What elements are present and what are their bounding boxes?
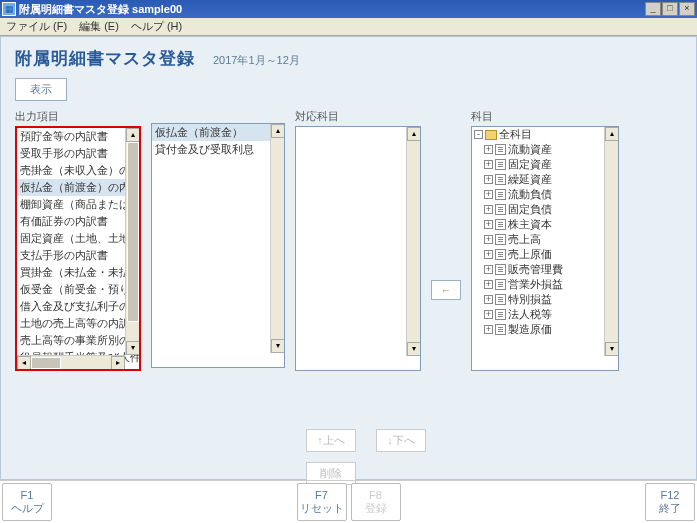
account-label: 科目 xyxy=(471,109,619,124)
output-items-listbox[interactable]: 預貯金等の内訳書受取手形の内訳書売掛金（未収入金）の内訳書仮払金（前渡金）の内訳… xyxy=(15,126,141,371)
scrollbar-vertical[interactable]: ▴ ▾ xyxy=(270,124,284,353)
tree-node-label: 固定負債 xyxy=(508,202,552,217)
tree-node-label: 流動資産 xyxy=(508,142,552,157)
scrollbar-vertical[interactable]: ▴ ▾ xyxy=(125,128,139,355)
tree-node[interactable]: +販売管理費 xyxy=(472,262,618,277)
sheet-icon xyxy=(495,219,506,230)
list-item[interactable]: 仮払金（前渡金）の内訳書／貸 xyxy=(17,179,139,196)
expand-icon[interactable]: + xyxy=(484,205,493,214)
menu-edit[interactable]: 編集 (E) xyxy=(79,19,119,34)
list-item[interactable]: 有価証券の内訳書 xyxy=(17,213,139,230)
maximize-button[interactable]: □ xyxy=(662,2,678,16)
list-item[interactable]: 仮払金（前渡金） xyxy=(152,124,284,141)
expand-icon[interactable]: + xyxy=(484,190,493,199)
tree-node[interactable]: +流動資産 xyxy=(472,142,618,157)
tree-node-label: 販売管理費 xyxy=(508,262,563,277)
f8-register-button[interactable]: F8登録 xyxy=(351,483,401,521)
scroll-up-icon[interactable]: ▴ xyxy=(126,128,140,142)
list-item[interactable]: 売上高等の事業所別の内訳書 xyxy=(17,332,139,349)
tree-node[interactable]: +法人税等 xyxy=(472,307,618,322)
list-item[interactable]: 棚卸資産（商品または製品、半 xyxy=(17,196,139,213)
tree-node[interactable]: +営業外損益 xyxy=(472,277,618,292)
expand-icon[interactable]: + xyxy=(484,310,493,319)
list-item[interactable]: 仮受金（前受金・預り金）の内 xyxy=(17,281,139,298)
work-area: 附属明細書マスタ登録 2017年1月～12月 表示 出力項目 預貯金等の内訳書受… xyxy=(0,36,697,480)
scroll-up-icon[interactable]: ▴ xyxy=(271,124,285,138)
list-item[interactable]: 貸付金及び受取利息 xyxy=(152,141,284,158)
sheet-icon xyxy=(495,159,506,170)
expand-icon[interactable]: + xyxy=(484,265,493,274)
list-item[interactable]: 借入金及び支払利子の内訳書 xyxy=(17,298,139,315)
scroll-right-icon[interactable]: ▸ xyxy=(111,356,125,370)
expand-icon[interactable]: + xyxy=(484,250,493,259)
scrollbar-horizontal[interactable]: ◂ ▸ xyxy=(17,355,125,369)
expand-icon[interactable]: + xyxy=(484,280,493,289)
tree-node[interactable]: +繰延資産 xyxy=(472,172,618,187)
tree-node-label: 売上高 xyxy=(508,232,541,247)
sheet-icon xyxy=(495,324,506,335)
tree-node[interactable]: +売上原価 xyxy=(472,247,618,262)
list-item[interactable]: 固定資産（土地、土地の上に存 xyxy=(17,230,139,247)
tree-node[interactable]: +固定資産 xyxy=(472,157,618,172)
detail-listbox[interactable]: 仮払金（前渡金）貸付金及び受取利息 ▴ ▾ xyxy=(151,123,285,368)
list-item[interactable]: 預貯金等の内訳書 xyxy=(17,128,139,145)
scroll-down-icon[interactable]: ▾ xyxy=(271,339,285,353)
move-up-button[interactable]: ↑上へ xyxy=(306,429,356,452)
f1-help-button[interactable]: F1ヘルプ xyxy=(2,483,52,521)
window-title: 附属明細書マスタ登録 sample00 xyxy=(19,2,182,17)
f12-exit-button[interactable]: F12終了 xyxy=(645,483,695,521)
list-item[interactable]: 買掛金（未払金・未払費用）の xyxy=(17,264,139,281)
tree-root-label[interactable]: 全科目 xyxy=(499,127,532,142)
display-button[interactable]: 表示 xyxy=(15,78,67,101)
tree-node-label: 法人税等 xyxy=(508,307,552,322)
account-tree[interactable]: -全科目+流動資産+固定資産+繰延資産+流動負債+固定負債+株主資本+売上高+売… xyxy=(471,126,619,371)
list-item[interactable]: 売掛金（未収入金）の内訳書 xyxy=(17,162,139,179)
tree-node[interactable]: +特別損益 xyxy=(472,292,618,307)
expand-icon[interactable]: + xyxy=(484,325,493,334)
sheet-icon xyxy=(495,249,506,260)
expand-icon[interactable]: + xyxy=(484,220,493,229)
collapse-icon[interactable]: - xyxy=(474,130,483,139)
sheet-icon xyxy=(495,264,506,275)
tree-node[interactable]: +株主資本 xyxy=(472,217,618,232)
menu-help[interactable]: ヘルプ (H) xyxy=(131,19,182,34)
scrollbar-vertical[interactable]: ▴ ▾ xyxy=(604,127,618,356)
scroll-down-icon[interactable]: ▾ xyxy=(407,342,421,356)
tree-node[interactable]: +流動負債 xyxy=(472,187,618,202)
scroll-up-icon[interactable]: ▴ xyxy=(605,127,619,141)
scroll-down-icon[interactable]: ▾ xyxy=(126,341,140,355)
tree-node[interactable]: +製造原価 xyxy=(472,322,618,337)
scroll-thumb-h[interactable] xyxy=(31,357,61,369)
expand-icon[interactable]: + xyxy=(484,235,493,244)
expand-icon[interactable]: + xyxy=(484,295,493,304)
tree-node[interactable]: +売上高 xyxy=(472,232,618,247)
scroll-up-icon[interactable]: ▴ xyxy=(407,127,421,141)
response-account-listbox[interactable]: ▴ ▾ xyxy=(295,126,421,371)
list-item[interactable]: 受取手形の内訳書 xyxy=(17,145,139,162)
close-button[interactable]: × xyxy=(679,2,695,16)
expand-icon[interactable]: + xyxy=(484,160,493,169)
tree-node-label: 繰延資産 xyxy=(508,172,552,187)
sheet-icon xyxy=(495,234,506,245)
scroll-left-icon[interactable]: ◂ xyxy=(17,356,31,370)
scroll-thumb[interactable] xyxy=(127,142,139,322)
page-title: 附属明細書マスタ登録 xyxy=(15,47,195,70)
list-item[interactable]: 土地の売上高等の内訳書 xyxy=(17,315,139,332)
menu-file[interactable]: ファイル (F) xyxy=(6,19,67,34)
move-down-button[interactable]: ↓下へ xyxy=(376,429,426,452)
scrollbar-vertical[interactable]: ▴ ▾ xyxy=(406,127,420,356)
move-left-button[interactable]: ← xyxy=(431,280,461,300)
tree-node-label: 固定資産 xyxy=(508,157,552,172)
expand-icon[interactable]: + xyxy=(484,145,493,154)
minimize-button[interactable]: _ xyxy=(645,2,661,16)
list-item[interactable]: 支払手形の内訳書 xyxy=(17,247,139,264)
output-items-label: 出力項目 xyxy=(15,109,141,124)
sheet-icon xyxy=(495,144,506,155)
period-label: 2017年1月～12月 xyxy=(213,53,300,68)
scroll-down-icon[interactable]: ▾ xyxy=(605,342,619,356)
tree-node[interactable]: +固定負債 xyxy=(472,202,618,217)
tree-node-label: 売上原価 xyxy=(508,247,552,262)
expand-icon[interactable]: + xyxy=(484,175,493,184)
f7-reset-button[interactable]: F7リセット xyxy=(297,483,347,521)
spacer-label xyxy=(151,109,285,121)
